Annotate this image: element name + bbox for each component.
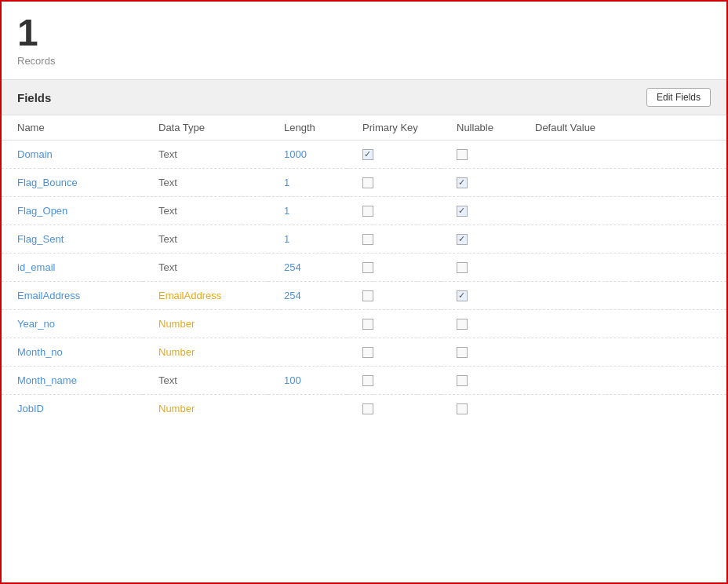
field-default-value (519, 225, 726, 254)
field-length: 254 (284, 261, 301, 273)
field-name-link[interactable]: Month_name (17, 374, 77, 386)
primary-key-checkbox[interactable] (362, 149, 425, 160)
field-default-value (519, 254, 726, 282)
col-header-datatype: Data Type (143, 115, 268, 141)
field-datatype: Text (158, 148, 177, 160)
field-default-value (519, 141, 726, 169)
nullable-checkbox[interactable] (457, 290, 504, 301)
primary-key-checkbox[interactable] (362, 319, 425, 330)
field-default-value (519, 310, 726, 338)
field-default-value (519, 282, 726, 310)
fields-title: Fields (17, 91, 51, 104)
field-datatype: Text (158, 374, 177, 386)
records-label: Records (17, 55, 711, 67)
field-datatype: Number (158, 403, 195, 414)
nullable-checkbox[interactable] (457, 319, 504, 330)
col-header-length: Length (268, 115, 347, 141)
nullable-checkbox[interactable] (457, 375, 504, 386)
edit-fields-button[interactable]: Edit Fields (646, 88, 711, 107)
nullable-checkbox[interactable] (457, 262, 504, 273)
nullable-checkbox[interactable] (457, 347, 504, 358)
fields-section: Fields Edit Fields Name Data Type Length… (2, 80, 726, 422)
col-header-name: Name (2, 115, 143, 141)
nullable-checkbox[interactable] (457, 234, 504, 245)
table-row: id_emailText254 (2, 254, 726, 282)
primary-key-checkbox[interactable] (362, 375, 425, 386)
records-count: 1 (17, 14, 711, 52)
field-default-value (519, 197, 726, 225)
fields-header: Fields Edit Fields (2, 80, 726, 115)
field-length: 1 (284, 205, 289, 217)
primary-key-checkbox[interactable] (362, 403, 425, 414)
nullable-checkbox[interactable] (457, 206, 504, 217)
field-name-link[interactable]: Flag_Sent (17, 233, 64, 245)
table-row: Month_noNumber (2, 338, 726, 367)
table-header-row: Name Data Type Length Primary Key Nullab… (2, 115, 726, 141)
field-name-link[interactable]: Flag_Open (17, 205, 67, 217)
field-name-link[interactable]: id_email (17, 261, 55, 273)
table-row: Flag_BounceText1 (2, 169, 726, 197)
col-header-defaultvalue: Default Value (519, 115, 726, 141)
field-datatype: Number (158, 318, 195, 330)
field-default-value (519, 395, 726, 423)
field-default-value (519, 367, 726, 395)
field-name-link[interactable]: Year_no (17, 318, 55, 330)
table-row: EmailAddressEmailAddress254 (2, 282, 726, 310)
field-length: 1000 (284, 148, 307, 160)
table-row: Month_nameText100 (2, 367, 726, 395)
field-name-link[interactable]: Month_no (17, 346, 63, 358)
records-section: 1 Records (2, 2, 726, 80)
field-datatype: Text (158, 261, 177, 273)
field-length: 100 (284, 374, 301, 386)
table-row: Flag_SentText1 (2, 225, 726, 254)
field-name-link[interactable]: Domain (17, 148, 53, 160)
field-name-link[interactable]: JobID (17, 403, 44, 414)
field-name-link[interactable]: EmailAddress (17, 290, 80, 301)
field-datatype: EmailAddress (158, 290, 221, 301)
field-datatype: Text (158, 205, 177, 217)
col-header-primarykey: Primary Key (347, 115, 441, 141)
field-datatype: Text (158, 233, 177, 245)
main-container: 1 Records Fields Edit Fields Name Data T… (0, 0, 728, 584)
nullable-checkbox[interactable] (457, 403, 504, 414)
nullable-checkbox[interactable] (457, 177, 504, 188)
field-default-value (519, 169, 726, 197)
field-name-link[interactable]: Flag_Bounce (17, 177, 78, 188)
primary-key-checkbox[interactable] (362, 234, 425, 245)
field-length: 254 (284, 290, 301, 301)
field-datatype: Number (158, 346, 195, 358)
table-row: JobIDNumber (2, 395, 726, 423)
nullable-checkbox[interactable] (457, 149, 504, 160)
table-row: Year_noNumber (2, 310, 726, 338)
col-header-nullable: Nullable (441, 115, 519, 141)
field-length: 1 (284, 177, 289, 188)
primary-key-checkbox[interactable] (362, 177, 425, 188)
table-row: DomainText1000 (2, 141, 726, 169)
primary-key-checkbox[interactable] (362, 206, 425, 217)
primary-key-checkbox[interactable] (362, 347, 425, 358)
primary-key-checkbox[interactable] (362, 262, 425, 273)
primary-key-checkbox[interactable] (362, 290, 425, 301)
field-datatype: Text (158, 177, 177, 188)
table-row: Flag_OpenText1 (2, 197, 726, 225)
fields-table: Name Data Type Length Primary Key Nullab… (2, 115, 726, 422)
field-length: 1 (284, 233, 289, 245)
field-default-value (519, 338, 726, 367)
